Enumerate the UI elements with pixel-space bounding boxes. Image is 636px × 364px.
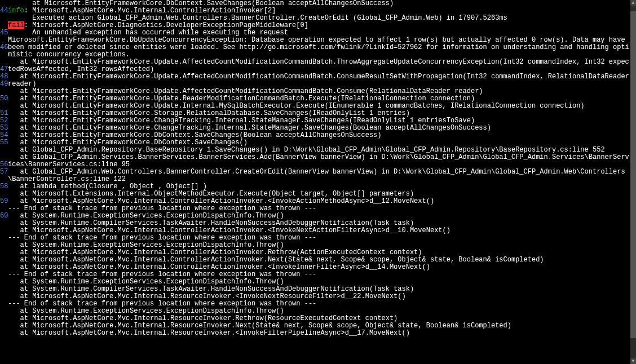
vertical-scrollbar[interactable]: ▲ ▼ [630,0,636,364]
console-line: at Global_CFP_Admin.Web.Controllers.Bann… [8,168,630,183]
console-text: : Microsoft.AspNetCore.Diagnostics.Devel… [24,21,308,29]
console-output[interactable]: at Microsoft.EntityFrameworkCore.DbConte… [8,0,630,364]
line-number-gutter: 44 45 46 47 48 49 50 51 52 53 54 55 56 5… [0,0,8,364]
console-line: Microsoft.EntityFrameworkCore.DbUpdateCo… [8,37,630,59]
info-tag: info [8,7,24,15]
console-text: : Microsoft.AspNetCore.Mvc.Internal.Cont… [24,7,276,15]
scroll-up-arrow[interactable]: ▲ [630,0,636,6]
fail-tag: fail [8,21,24,29]
console-line: at Microsoft.AspNetCore.Mvc.Internal.Res… [8,330,630,337]
scroll-thumb[interactable] [630,11,636,338]
console-line: at Global_CFP_Admin.Services.BannerServi… [8,154,630,168]
console-line: at Microsoft.EntityFrameworkCore.Update.… [8,59,630,73]
scroll-down-arrow[interactable]: ▼ [630,358,636,364]
console-line: at Microsoft.EntityFrameworkCore.Update.… [8,73,630,88]
